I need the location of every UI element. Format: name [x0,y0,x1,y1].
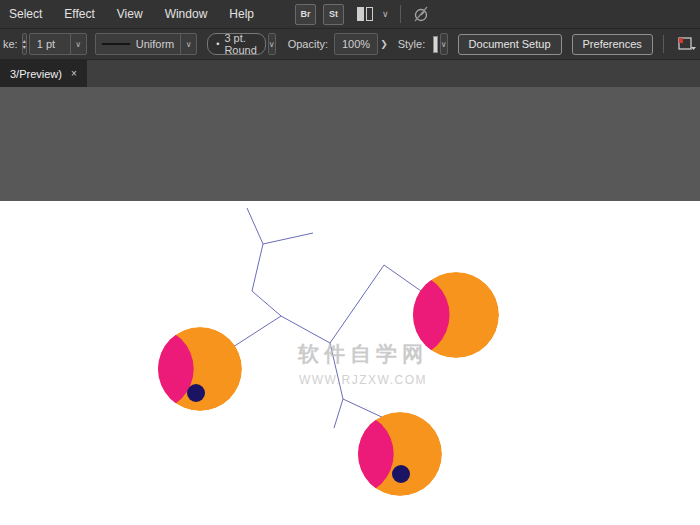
cherry-shape[interactable] [310,412,442,496]
gpu-performance-icon[interactable] [412,5,430,23]
brush-definition-dropdown[interactable]: • 3 pt. Round [207,33,266,55]
variable-width-profile-dropdown[interactable]: Uniform ∨ [95,33,198,55]
stem-path[interactable] [281,265,421,343]
stem-path[interactable] [233,208,281,347]
opacity-label: Opacity: [288,38,328,50]
document-tab-label: 3/Preview) [10,68,62,80]
separator [400,5,401,23]
stroke-label: ke: [3,38,18,50]
menu-select[interactable]: Select [0,0,53,28]
brush-dot-icon: • [216,39,219,49]
stem-path[interactable] [263,233,313,244]
brush-definition-value: 3 pt. Round [224,32,256,56]
menu-bar: Select Effect View Window Help Br St ∨ [0,0,700,29]
preferences-button[interactable]: Preferences [572,34,653,55]
stem-path[interactable] [330,343,343,428]
chevron-down-icon[interactable]: ∨ [180,34,196,54]
chevron-down-icon[interactable]: ∨ [382,10,389,19]
menu-list: Select Effect View Window Help [0,0,265,28]
menu-window[interactable]: Window [154,0,219,28]
panel-layout-icon[interactable] [357,7,375,21]
menu-view[interactable]: View [106,0,154,28]
stem-path[interactable] [343,399,386,419]
brushes-badge-icon[interactable]: Br [295,4,316,25]
stroke-weight-field[interactable]: 1 pt ∨ [29,33,87,55]
chevron-down-icon[interactable]: ∨ [440,33,448,55]
stroke-weight-value[interactable]: 1 pt [30,38,70,50]
stroke-weight-stepper[interactable]: ▴ ▾ [22,33,27,55]
chevron-down-icon[interactable]: ∨ [70,34,86,54]
cherry-shape[interactable] [364,272,499,358]
width-profile-icon [102,43,130,45]
illustrator-window: Select Effect View Window Help Br St ∨ k… [0,0,700,525]
canvas-workspace[interactable]: 软件自学网 WWW.RJZXW.COM [0,87,700,525]
width-profile-value: Uniform [136,38,181,50]
document-tab[interactable]: 3/Preview) × [0,60,87,87]
control-bar: ke: ▴ ▾ 1 pt ∨ Uniform ∨ • 3 pt. Round ∨… [0,29,700,60]
menu-effect[interactable]: Effect [53,0,105,28]
cherry-shape[interactable] [110,327,242,411]
opacity-options-arrow-icon[interactable]: ❯ [380,34,388,54]
style-label: Style: [398,38,426,50]
cherry-seed-dot[interactable] [187,384,205,402]
menu-help[interactable]: Help [218,0,265,28]
opacity-field[interactable]: 100% [334,33,378,55]
cherry-seed-dot[interactable] [392,465,410,483]
close-icon[interactable]: × [71,68,77,79]
menu-bar-icons: Br St ∨ [295,4,430,25]
cherry-artwork-svg[interactable] [0,201,700,525]
style-swatch[interactable] [433,36,438,53]
chevron-down-icon[interactable]: ∨ [268,33,276,55]
workspace-switcher-icon[interactable] [677,35,697,53]
document-tab-bar: 3/Preview) × [0,60,700,87]
strokes-badge-icon[interactable]: St [323,4,344,25]
step-down-icon[interactable]: ▾ [23,44,26,50]
document-setup-button[interactable]: Document Setup [458,34,562,55]
opacity-value[interactable]: 100% [335,38,377,50]
